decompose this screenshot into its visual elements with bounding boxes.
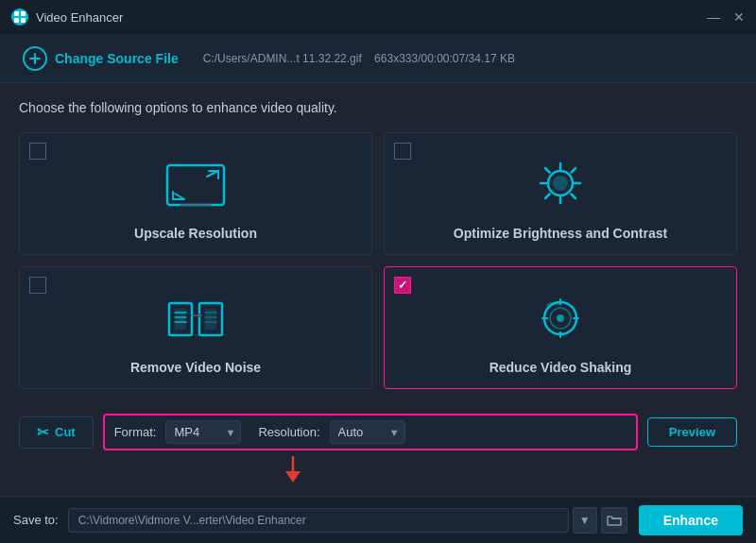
svg-point-39 (557, 314, 564, 322)
svg-rect-0 (14, 11, 19, 16)
svg-point-16 (553, 176, 568, 191)
brightness-icon (526, 158, 594, 214)
close-button[interactable]: ✕ (733, 10, 745, 24)
svg-line-23 (572, 168, 576, 173)
option-card-noise: Remove Video Noise (19, 266, 372, 389)
shaking-checkbox[interactable] (394, 277, 411, 294)
brightness-checkbox[interactable] (394, 143, 411, 160)
format-select-wrapper: MP4 AVI MOV MKV GIF ▼ (165, 420, 241, 444)
noise-icon (162, 292, 230, 348)
options-grid: Upscale Resolution Optimize B (19, 132, 737, 389)
window-controls: — ✕ (707, 10, 745, 24)
minimize-button[interactable]: — (707, 10, 720, 24)
format-resolution-group: Format: MP4 AVI MOV MKV GIF ▼ Resolution… (103, 414, 638, 450)
svg-line-24 (545, 195, 550, 199)
source-bar: Change Source File C:/Users/ADMIN...t 11… (0, 34, 756, 83)
enhance-button[interactable]: Enhance (639, 505, 743, 535)
add-circle-icon (23, 46, 47, 71)
noise-checkbox[interactable] (29, 277, 46, 294)
svg-rect-2 (14, 18, 19, 23)
option-card-brightness: Optimize Brightness and Contrast (384, 132, 737, 255)
resolution-select-wrapper: Auto 720p 1080p 4K ▼ (330, 420, 405, 444)
toolbar: ✂ Cut Format: MP4 AVI MOV MKV GIF ▼ Reso… (19, 406, 737, 458)
page-subtitle: Choose the following options to enhance … (19, 100, 737, 115)
scissors-icon: ✂ (37, 424, 49, 441)
upscale-icon (162, 158, 230, 214)
svg-rect-1 (21, 11, 26, 16)
save-bar: Save to: C:\Vidmore\Vidmore V...erter\Vi… (0, 496, 756, 543)
option-card-shaking: Reduce Video Shaking (384, 266, 737, 389)
cut-button[interactable]: ✂ Cut (19, 416, 94, 449)
save-path-row: C:\Vidmore\Vidmore V...erter\Video Enhan… (68, 507, 627, 534)
svg-line-21 (545, 168, 550, 173)
resolution-select[interactable]: Auto 720p 1080p 4K (330, 420, 405, 444)
option-card-upscale: Upscale Resolution (19, 132, 372, 255)
resolution-label: Resolution: (258, 425, 319, 439)
title-bar: Video Enhancer — ✕ (0, 0, 756, 34)
noise-label: Remove Video Noise (130, 360, 261, 375)
shaking-label: Reduce Video Shaking (490, 360, 632, 375)
save-folder-button[interactable] (601, 507, 627, 534)
save-path-dropdown-button[interactable]: ▼ (573, 507, 597, 534)
format-label: Format: (114, 425, 157, 439)
preview-button[interactable]: Preview (647, 417, 737, 447)
svg-line-22 (572, 195, 576, 199)
save-to-label: Save to: (13, 513, 59, 527)
format-select[interactable]: MP4 AVI MOV MKV GIF (165, 420, 241, 444)
svg-marker-45 (285, 471, 301, 483)
change-source-label: Change Source File (55, 51, 179, 66)
svg-rect-3 (21, 18, 26, 23)
upscale-label: Upscale Resolution (134, 226, 257, 241)
save-path-display: C:\Vidmore\Vidmore V...erter\Video Enhan… (68, 508, 569, 533)
source-file-info: C:/Users/ADMIN...t 11.32.22.gif 663x333/… (203, 52, 515, 65)
shaking-icon (526, 292, 594, 348)
app-icon (11, 8, 28, 25)
brightness-label: Optimize Brightness and Contrast (454, 226, 667, 241)
app-title: Video Enhancer (36, 10, 707, 25)
upscale-checkbox[interactable] (29, 143, 46, 160)
main-content: Choose the following options to enhance … (0, 83, 756, 469)
change-source-button[interactable]: Change Source File (13, 41, 188, 76)
